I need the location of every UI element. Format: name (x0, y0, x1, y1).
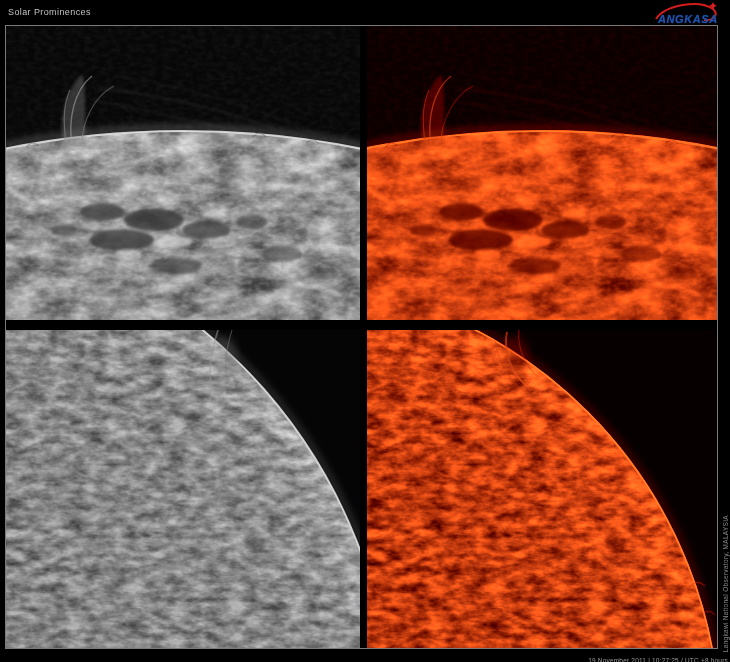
panel-bottom-left-sun-grayscale (6, 330, 360, 648)
observatory-credit: Langkawi National Observatory, MALAYSIA (722, 515, 729, 652)
timestamp: 19 November 2011 | 10:27:25 / UTC +8 hou… (588, 657, 728, 662)
page-title: Solar Prominences (8, 7, 91, 17)
panel-top-left-sun-grayscale (6, 26, 360, 320)
solar-image-montage (5, 25, 718, 649)
angkasa-logo-text: ANGKASA (658, 13, 718, 25)
panel-top-right-sun-halpha-red (367, 26, 717, 320)
panel-bottom-right-sun-halpha-red (367, 330, 717, 648)
top-bar: Solar Prominences ANGKASA (0, 0, 730, 25)
footer-bar: 19 November 2011 | 10:27:25 / UTC +8 hou… (0, 649, 728, 662)
solar-prominences-page: Solar Prominences ANGKASA Langkawi Natio… (0, 0, 730, 662)
